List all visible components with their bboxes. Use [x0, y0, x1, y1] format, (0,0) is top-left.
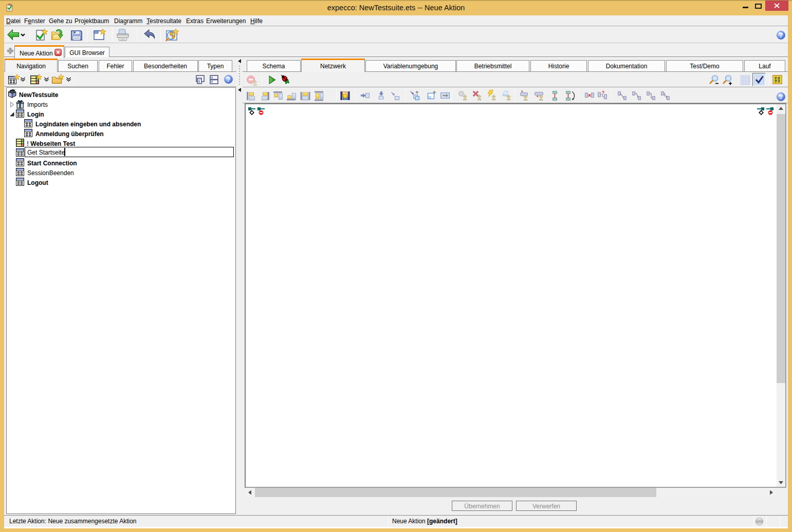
svg-text:?: ?	[779, 93, 783, 101]
svg-text:?: ?	[779, 32, 783, 39]
svg-text:?: ?	[602, 90, 605, 95]
svg-text:?: ?	[227, 76, 230, 83]
